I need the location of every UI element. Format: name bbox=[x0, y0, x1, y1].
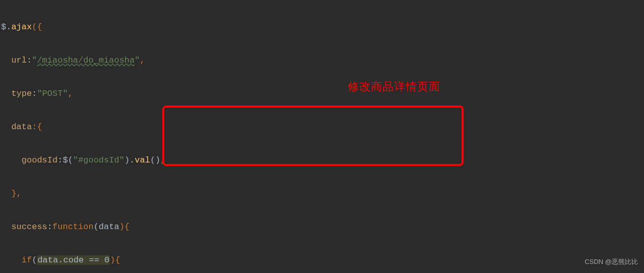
code-line: success:function(data){ bbox=[1, 219, 644, 235]
code-editor[interactable]: $.ajax({ url:"/miaosha/do_miaosha", type… bbox=[0, 0, 644, 273]
code-line: if(data.code == 0){ bbox=[1, 252, 644, 268]
code-line: $.ajax({ bbox=[1, 19, 644, 35]
code-line: data:{ bbox=[1, 119, 644, 135]
code-line: }, bbox=[1, 185, 644, 202]
code-line: type:"POST", bbox=[1, 85, 644, 102]
annotation-label: 修改商品详情页面 bbox=[348, 78, 440, 95]
watermark: CSDN @恶熊比比 bbox=[585, 253, 638, 270]
code-line: goodsId:$("#goodsId").val(), bbox=[1, 152, 644, 169]
code-line: url:"/miaosha/do_miaosha", bbox=[1, 52, 644, 69]
